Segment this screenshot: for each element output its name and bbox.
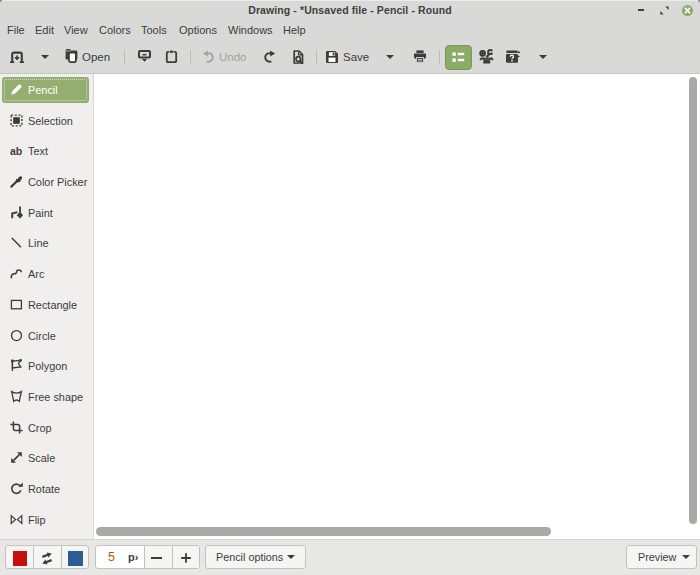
svg-text:ab: ab xyxy=(10,145,22,157)
